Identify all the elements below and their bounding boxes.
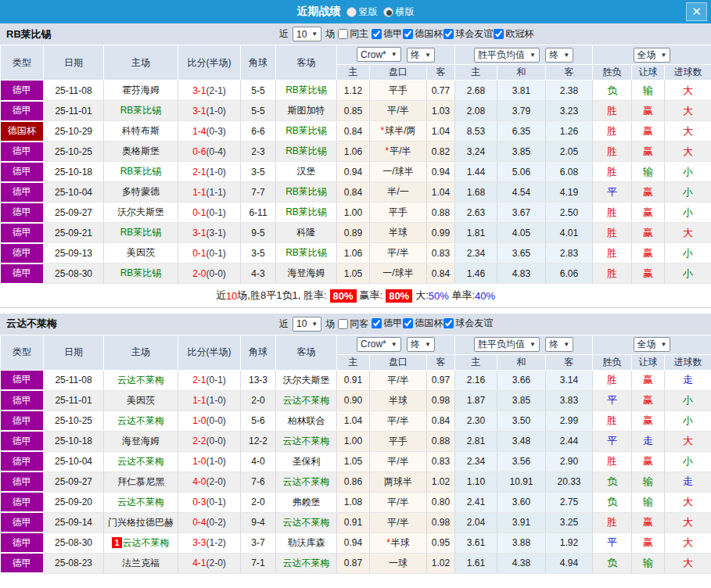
league-cell: 德甲 (1, 471, 44, 492)
away-team-cell: RB莱比锡 (276, 142, 337, 162)
avg-final-select[interactable]: 终▼ (545, 48, 573, 63)
home-team-name: 美因茨 (127, 395, 155, 406)
odds-company-select[interactable]: Crow*▼ (357, 337, 401, 352)
home-team-name: 云达不莱梅 (123, 537, 170, 548)
handicap-cell: 一球 (370, 553, 427, 573)
fullmatch-select[interactable]: 全场▼ (634, 48, 671, 63)
score-cell: 1-1(1-1) (178, 182, 241, 203)
odds-final-select[interactable]: 终▼ (407, 337, 435, 352)
league-cell: 德甲 (1, 431, 44, 451)
full-score: 3-1 (192, 85, 206, 96)
radio-unchecked-icon[interactable] (347, 7, 357, 17)
corner-cell: 6-6 (241, 121, 276, 142)
avg-select[interactable]: 胜平负均值▼ (474, 48, 540, 63)
close-button[interactable]: ✕ (686, 2, 707, 21)
avg-home-cell: 2.63 (455, 203, 497, 223)
avg-home-cell: 2.41 (455, 492, 497, 512)
home-team-cell: 云达不莱梅 (104, 370, 178, 390)
match-count-select[interactable]: 10 ▼ (293, 27, 321, 41)
away-team-name: RB莱比锡 (285, 125, 327, 136)
odds-away-cell: 0.94 (427, 162, 455, 182)
away-team-name: 云达不莱梅 (283, 395, 330, 406)
summary-segment: 近 (216, 289, 226, 303)
away-team-name: 斯图加特 (288, 105, 325, 116)
col-avg-away: 客 (546, 65, 593, 81)
home-team-cell: RB莱比锡 (104, 162, 178, 182)
odds-value: 1.12 (344, 85, 362, 96)
home-team-cell: RB莱比锡 (104, 223, 178, 243)
date-cell: 25-10-25 (44, 142, 104, 162)
league-checkbox[interactable] (494, 29, 504, 39)
games-label: 场 (325, 317, 335, 331)
league-cell: 德甲 (1, 203, 44, 223)
handicap-star-icon: * (380, 125, 384, 136)
date-cell: 25-11-08 (44, 81, 104, 101)
home-team-name: RB莱比锡 (120, 267, 162, 278)
half-score: (1-2) (206, 537, 226, 548)
league-checkbox[interactable] (372, 29, 382, 39)
goals-result-cell: 小 (665, 162, 711, 182)
same-venue-filter: 同主 (337, 27, 368, 41)
result-cell: 负 (593, 81, 632, 101)
home-team-name: 霍芬海姆 (122, 84, 160, 95)
league-checkbox[interactable] (372, 318, 382, 328)
fullmatch-value: 全场 (637, 48, 656, 62)
league-checkbox[interactable] (403, 318, 413, 328)
match-row: 德甲25-10-18海登海姆2-2(0-0)12-2云达不莱梅1.00平手0.8… (1, 431, 711, 451)
league-cell: 德甲 (1, 512, 44, 532)
league-checkbox[interactable] (403, 29, 413, 39)
match-row: 德甲25-11-08云达不莱梅2-1(0-1)13-3沃尔夫斯堡0.91平/半0… (1, 370, 711, 390)
away-team-cell: 云达不莱梅 (276, 553, 337, 573)
avg-draw-cell: 3.67 (497, 203, 546, 223)
same-venue-checkbox[interactable] (338, 319, 348, 329)
score-cell: 2-1(0-1) (178, 370, 241, 390)
avg-away-cell: 2.99 (546, 411, 593, 431)
result-cell: 胜 (593, 203, 632, 223)
radio-checked-icon[interactable] (383, 7, 393, 17)
avg-draw-cell: 3.85 (497, 142, 546, 162)
league-cell: 德甲 (1, 451, 44, 471)
avg-select[interactable]: 胜平负均值▼ (474, 337, 540, 352)
league-checkbox[interactable] (443, 29, 454, 39)
full-score: 2-2 (192, 436, 206, 446)
away-team-cell: 勒沃库森 (276, 532, 337, 553)
odds-value: 1.05 (344, 456, 362, 467)
odds-value: 0.88 (432, 436, 450, 446)
odds-home-cell: 0.91 (337, 370, 370, 390)
half-score: (0-1) (206, 375, 226, 385)
league-label: 欧冠杯 (505, 27, 533, 41)
odds-group-header: Crow*▼ 终▼ (337, 335, 455, 354)
away-team-cell: RB莱比锡 (276, 182, 337, 203)
goals-result-cell: 走 (665, 471, 711, 492)
half-score: (2-0) (206, 558, 226, 568)
odds-value: 0.94 (432, 167, 450, 177)
odds-value: 0.85 (344, 106, 362, 117)
match-count-select[interactable]: 10 ▼ (293, 317, 321, 332)
home-team-cell: 霍芬海姆 (104, 81, 178, 101)
date-cell: 25-11-01 (44, 390, 104, 411)
fullmatch-select[interactable]: 全场▼ (634, 337, 671, 352)
away-team-name: RB莱比锡 (285, 84, 327, 95)
avg-draw-cell: 3.79 (497, 101, 546, 121)
avg-group-header: 胜平负均值▼ 终▼ (455, 335, 593, 354)
home-team-name: 奥格斯堡 (122, 145, 160, 156)
score-cell: 3-1(2-1) (178, 81, 241, 101)
same-venue-checkbox[interactable] (338, 29, 348, 39)
half-score: (1-0) (206, 167, 226, 177)
score-cell: 0-1(0-1) (178, 203, 241, 223)
layout-horizontal-option[interactable]: 横版 (383, 5, 415, 19)
odds-company-select[interactable]: Crow*▼ (357, 47, 401, 62)
filter-bar: 近 10 ▼ 场 同客 德甲德国杯球会友谊 (279, 317, 493, 332)
league-cell: 德甲 (1, 182, 44, 203)
odds-value: 0.86 (344, 476, 362, 487)
layout-vertical-option[interactable]: 竖版 (347, 5, 378, 19)
match-row: 德甲25-11-01RB莱比锡3-1(1-0)5-5斯图加特0.85平/半1.0… (1, 101, 711, 121)
half-score: (1-0) (206, 395, 226, 406)
odds-final-select[interactable]: 终▼ (407, 48, 435, 63)
result-cell: 负 (593, 492, 632, 512)
avg-final-select[interactable]: 终▼ (545, 337, 573, 352)
home-team-name: 沃尔夫斯堡 (117, 206, 164, 217)
goals-result-cell: 大 (665, 223, 711, 243)
league-checkbox[interactable] (443, 318, 454, 328)
away-team-cell: 云达不莱梅 (276, 431, 337, 451)
